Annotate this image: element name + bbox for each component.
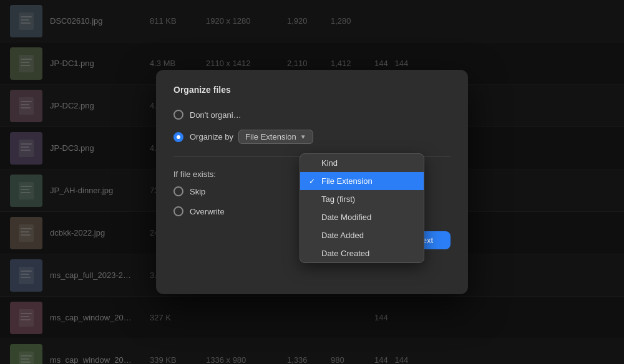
radio-skip[interactable] <box>173 186 183 196</box>
dialog-overlay: Organize files Don't organi… Organize by… <box>0 0 624 364</box>
option-organize-by-label: Organize by <box>190 132 233 141</box>
check-icon: ✓ <box>309 177 318 186</box>
radio-organize-by[interactable] <box>173 132 183 142</box>
dropdown-selected-value: File Extension <box>245 132 296 141</box>
organize-files-dialog: Organize files Don't organi… Organize by… <box>156 70 468 294</box>
option-dont-organize-label: Don't organi… <box>190 110 241 120</box>
radio-dont-organize[interactable] <box>173 110 183 120</box>
option-skip-label: Skip <box>190 187 205 196</box>
option-organize-by[interactable]: Organize by File Extension ▼ <box>173 130 451 144</box>
dropdown-item-label: Date Added <box>321 231 364 240</box>
dropdown-item-tag-first[interactable]: Tag (first) <box>300 190 424 208</box>
dropdown-item-label: Date Created <box>321 249 369 258</box>
dropdown-item-date-created[interactable]: Date Created <box>300 244 424 262</box>
chevron-down-icon: ▼ <box>300 133 306 140</box>
dialog-title: Organize files <box>173 85 451 95</box>
option-overwrite-label: Overwrite <box>190 207 225 216</box>
dropdown-item-date-added[interactable]: Date Added <box>300 226 424 244</box>
dropdown-item-label: Tag (first) <box>321 194 355 204</box>
dropdown-item-label: File Extension <box>321 176 373 186</box>
radio-overwrite[interactable] <box>173 206 183 216</box>
option-dont-organize[interactable]: Don't organi… <box>173 110 451 120</box>
dropdown-item-label: Date Modified <box>321 213 371 222</box>
dropdown-item-kind[interactable]: Kind <box>300 154 424 172</box>
organize-by-dropdown-popup: Kind ✓ File Extension Tag (first) Date M… <box>300 153 424 263</box>
dropdown-item-file-extension[interactable]: ✓ File Extension <box>300 172 424 190</box>
dropdown-item-date-modified[interactable]: Date Modified <box>300 208 424 226</box>
organize-by-dropdown-button[interactable]: File Extension ▼ <box>238 130 313 144</box>
dropdown-item-label: Kind <box>321 158 338 168</box>
